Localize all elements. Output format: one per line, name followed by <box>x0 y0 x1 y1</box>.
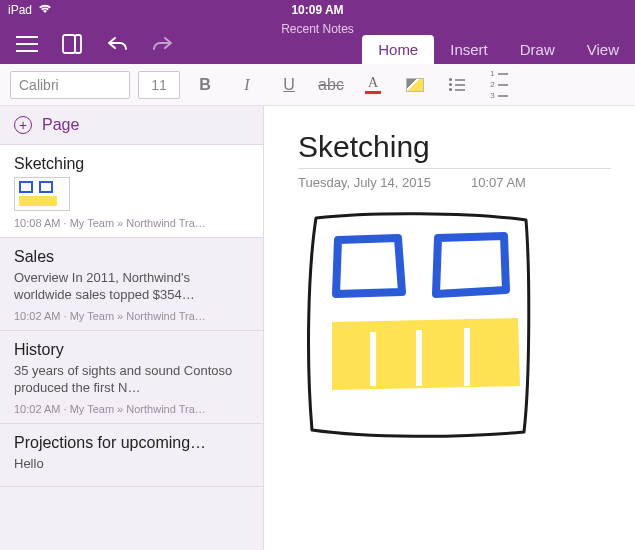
ribbon-tabs: Home Insert Draw View <box>362 32 635 64</box>
format-toolbar: B I U abc A 123 <box>0 64 635 106</box>
add-page-button[interactable]: + Page <box>0 106 263 145</box>
title-bar: Recent Notes Home Insert Draw View <box>0 20 635 64</box>
device-label: iPad <box>8 3 32 17</box>
page-meta: 10:02 AM · My Team » Northwind Tra… <box>14 310 249 322</box>
page-preview: 35 years of sights and sound Contoso pro… <box>14 363 249 397</box>
strikethrough-button[interactable]: abc <box>314 71 348 99</box>
page-item-sales[interactable]: Sales Overview In 2011, Northwind's worl… <box>0 238 263 331</box>
section-name[interactable]: Recent Notes <box>281 22 354 36</box>
page-title: Sketching <box>14 155 249 173</box>
font-color-button[interactable]: A <box>356 71 390 99</box>
page-meta: 10:08 AM · My Team » Northwind Tra… <box>14 217 249 229</box>
svg-rect-3 <box>416 330 422 386</box>
page-title: Sales <box>14 248 249 266</box>
fullscreen-icon[interactable] <box>62 34 82 54</box>
note-time: 10:07 AM <box>471 175 526 190</box>
ink-drawing <box>298 210 548 440</box>
tab-home[interactable]: Home <box>362 35 434 64</box>
ios-status-bar: iPad 10:09 AM <box>0 0 635 20</box>
note-canvas[interactable]: Sketching Tuesday, July 14, 2015 10:07 A… <box>264 106 635 550</box>
svg-rect-0 <box>63 35 75 53</box>
highlight-button[interactable] <box>398 71 432 99</box>
page-title: History <box>14 341 249 359</box>
tab-draw[interactable]: Draw <box>504 35 571 64</box>
numbered-list-button[interactable]: 123 <box>482 71 516 99</box>
page-preview: Hello <box>14 456 249 473</box>
page-title: Projections for upcoming… <box>14 434 249 452</box>
undo-icon[interactable] <box>106 35 128 53</box>
note-date: Tuesday, July 14, 2015 <box>298 175 431 190</box>
svg-rect-2 <box>370 332 376 386</box>
page-preview: Overview In 2011, Northwind's worldwide … <box>14 270 249 304</box>
clock: 10:09 AM <box>291 3 343 17</box>
redo-icon[interactable] <box>152 35 174 53</box>
svg-rect-1 <box>75 35 81 53</box>
tab-view[interactable]: View <box>571 35 635 64</box>
page-item-sketching[interactable]: Sketching 10:08 AM · My Team » Northwind… <box>0 145 263 238</box>
font-size-field[interactable] <box>138 71 180 99</box>
page-meta: 10:02 AM · My Team » Northwind Tra… <box>14 403 249 415</box>
page-item-projections[interactable]: Projections for upcoming… Hello <box>0 424 263 488</box>
page-thumbnail <box>14 177 70 211</box>
bulleted-list-button[interactable] <box>440 71 474 99</box>
tab-insert[interactable]: Insert <box>434 35 504 64</box>
page-list-sidebar: + Page Sketching 10:08 AM · My Team » No… <box>0 106 264 550</box>
wifi-icon <box>38 3 52 17</box>
menu-icon[interactable] <box>16 36 38 52</box>
italic-button[interactable]: I <box>230 71 264 99</box>
note-timestamp: Tuesday, July 14, 2015 10:07 AM <box>298 175 611 190</box>
underline-button[interactable]: U <box>272 71 306 99</box>
add-page-label: Page <box>42 116 79 134</box>
font-name-field[interactable] <box>10 71 130 99</box>
svg-rect-4 <box>464 328 470 386</box>
note-title[interactable]: Sketching <box>298 130 611 169</box>
bold-button[interactable]: B <box>188 71 222 99</box>
plus-icon: + <box>14 116 32 134</box>
page-item-history[interactable]: History 35 years of sights and sound Con… <box>0 331 263 424</box>
